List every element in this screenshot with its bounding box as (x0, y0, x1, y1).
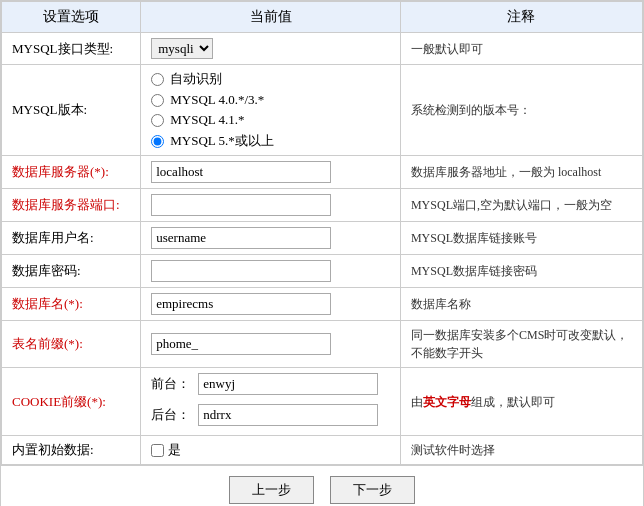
prev-button[interactable]: 上一步 (229, 476, 314, 504)
note-db_port: MYSQL端口,空为默认端口，一般为空 (400, 189, 642, 222)
mysql_type-select[interactable]: mysqlimysql (151, 38, 213, 59)
value-init_data: 是 (141, 436, 401, 465)
label-mysql_type: MYSQL接口类型: (2, 33, 141, 65)
cookie-frontend-input[interactable] (198, 373, 378, 395)
table_prefix-input[interactable] (151, 333, 331, 355)
cookie-frontend-label: 前台： (151, 375, 190, 393)
note-db_server: 数据库服务器地址，一般为 localhost (400, 156, 642, 189)
mysql_version-radio-label-auto: 自动识别 (170, 70, 222, 88)
note-init_data: 测试软件时选择 (400, 436, 642, 465)
init_data-checkbox-label: 是 (168, 441, 181, 459)
header-note: 注释 (400, 2, 642, 33)
value-table_prefix (141, 321, 401, 368)
value-db_server (141, 156, 401, 189)
note-db_pass: MYSQL数据库链接密码 (400, 255, 642, 288)
init_data-checkbox[interactable] (151, 444, 164, 457)
value-db_user (141, 222, 401, 255)
footer: 上一步 下一步 (0, 466, 644, 506)
note-mysql_type: 一般默认即可 (400, 33, 642, 65)
next-button[interactable]: 下一步 (330, 476, 415, 504)
label-db_pass: 数据库密码: (2, 255, 141, 288)
value-mysql_version: 自动识别MYSQL 4.0.*/3.*MYSQL 4.1.*MYSQL 5.*或… (141, 65, 401, 156)
value-db_name (141, 288, 401, 321)
label-table_prefix: 表名前缀(*): (2, 321, 141, 368)
value-mysql_type: mysqlimysql (141, 33, 401, 65)
mysql_version-radio-4_0[interactable] (151, 94, 164, 107)
db_pass-input[interactable] (151, 260, 331, 282)
label-mysql_version: MYSQL版本: (2, 65, 141, 156)
label-cookie_prefix: COOKIE前缀(*): (2, 368, 141, 436)
mysql_version-radio-label-4_0: MYSQL 4.0.*/3.* (170, 92, 264, 108)
value-db_pass (141, 255, 401, 288)
value-cookie_prefix: 前台：后台： (141, 368, 401, 436)
mysql_version-radio-label-5: MYSQL 5.*或以上 (170, 132, 274, 150)
label-db_name: 数据库名(*): (2, 288, 141, 321)
mysql_version-radio-auto[interactable] (151, 73, 164, 86)
note-db_user: MYSQL数据库链接账号 (400, 222, 642, 255)
db_port-input[interactable] (151, 194, 331, 216)
label-db_port: 数据库服务器端口: (2, 189, 141, 222)
header-setting: 设置选项 (2, 2, 141, 33)
note-mysql_version: 系统检测到的版本号： (400, 65, 642, 156)
label-init_data: 内置初始数据: (2, 436, 141, 465)
db_name-input[interactable] (151, 293, 331, 315)
db_user-input[interactable] (151, 227, 331, 249)
cookie-backend-label: 后台： (151, 406, 190, 424)
mysql_version-radio-label-4_1: MYSQL 4.1.* (170, 112, 244, 128)
label-db_user: 数据库用户名: (2, 222, 141, 255)
mysql_version-radio-5[interactable] (151, 135, 164, 148)
note-db_name: 数据库名称 (400, 288, 642, 321)
mysql_version-radio-4_1[interactable] (151, 114, 164, 127)
label-db_server: 数据库服务器(*): (2, 156, 141, 189)
header-value: 当前值 (141, 2, 401, 33)
note-table_prefix: 同一数据库安装多个CMS时可改变默认，不能数字开头 (400, 321, 642, 368)
note-cookie_prefix: 由英文字母组成，默认即可 (400, 368, 642, 436)
db_server-input[interactable] (151, 161, 331, 183)
value-db_port (141, 189, 401, 222)
cookie-backend-input[interactable] (198, 404, 378, 426)
